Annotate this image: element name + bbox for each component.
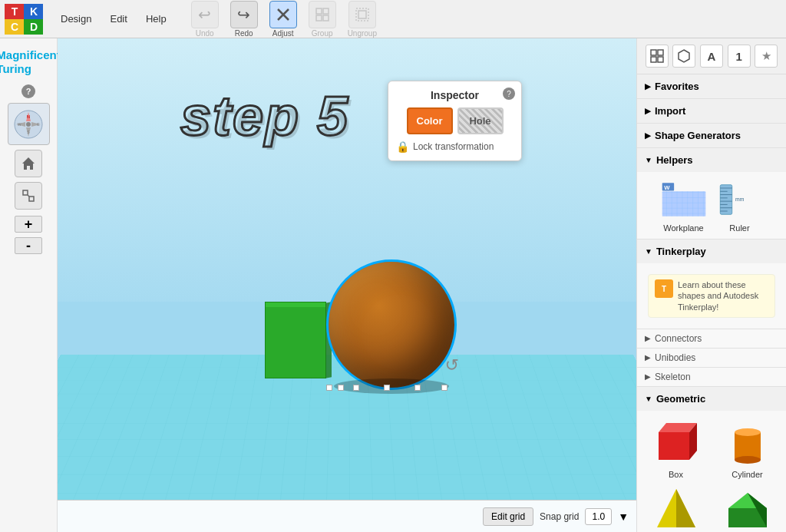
brown-sphere[interactable]	[326, 259, 457, 390]
svg-text:N: N	[27, 114, 30, 119]
connectors-header[interactable]: ▶ Connectors	[637, 329, 786, 348]
svg-rect-3	[323, 8, 329, 14]
topbar: T K C D Design Edit Help ↩ Undo ↪ Redo A…	[0, 0, 786, 38]
import-header[interactable]: ▶ Import	[637, 99, 786, 123]
svg-rect-26	[658, 57, 663, 62]
design-menu[interactable]: Design	[51, 9, 101, 28]
helpers-label: Helpers	[656, 154, 693, 166]
import-arrow: ▶	[645, 107, 651, 115]
selection-handle-br[interactable]	[326, 385, 332, 391]
selection-handle-mr[interactable]	[414, 385, 421, 391]
left-sidebar: Magnificent Turing ? N S W E	[0, 38, 58, 532]
tinkerplay-header[interactable]: ▼ Tinkerplay	[637, 240, 786, 263]
helpers-content: W W Workplane	[637, 172, 786, 239]
lock-icon: 🔒	[396, 140, 409, 153]
main-area: Magnificent Turing ? N S W E	[0, 38, 786, 532]
helpers-arrow: ▼	[645, 156, 652, 164]
toolbar: ↩ Undo ↪ Redo Adjust Group Ungroup	[191, 1, 377, 38]
zoom-out-button[interactable]: -	[15, 237, 42, 254]
workplane-item[interactable]: W W Workplane	[659, 178, 708, 233]
edit-menu[interactable]: Edit	[101, 9, 136, 28]
shapes-grid: Box Cylinder Pyra	[637, 411, 786, 532]
project-help[interactable]: ?	[21, 84, 35, 98]
import-section: ▶ Import	[637, 99, 786, 124]
undo-button[interactable]: ↩ Undo	[191, 1, 219, 38]
canvas-area[interactable]: step 5 ▲ ↻	[58, 38, 636, 532]
helpers-section: ▼ Helpers	[637, 148, 786, 240]
svg-rect-29	[662, 191, 705, 216]
favorites-header[interactable]: ▶ Favorites	[637, 74, 786, 98]
skeleton-label: Skeleton	[655, 372, 691, 382]
workplane-label: Workplane	[663, 223, 703, 233]
bottom-bar: Edit grid Snap grid 1.0 ▼	[58, 500, 636, 532]
color-button[interactable]: Color	[407, 107, 453, 134]
snap-arrow[interactable]: ▼	[618, 511, 629, 523]
favorites-section: ▶ Favorites	[637, 74, 786, 99]
geometric-arrow: ▼	[645, 395, 652, 403]
geometric-section: ▼ Geometric Box	[637, 387, 786, 532]
svg-line-21	[28, 195, 29, 197]
selection-handle-tl[interactable]	[338, 385, 344, 391]
skeleton-section: ▶ Skeleton	[637, 368, 786, 387]
skeleton-arrow: ▶	[645, 372, 651, 381]
star-view-icon[interactable]: ★	[755, 45, 778, 68]
snap-label: Snap grid	[540, 511, 579, 522]
helpers-header[interactable]: ▼ Helpers	[637, 148, 786, 172]
tinkerplay-content: T Learn about these shapes and Autodesk …	[637, 263, 786, 329]
nav-menus: Design Edit Help	[51, 9, 176, 28]
pyramid-shape[interactable]: Pyramid	[643, 485, 708, 532]
adjust-button[interactable]: Adjust	[269, 1, 297, 38]
view-fit-button[interactable]	[15, 182, 42, 210]
svg-rect-46	[735, 432, 761, 460]
ungroup-button[interactable]: Ungroup	[348, 1, 377, 38]
cylinder-shape[interactable]: Cylinder	[715, 417, 780, 479]
text-view-icon[interactable]: A	[700, 45, 723, 68]
hole-button[interactable]: Hole	[457, 107, 504, 134]
green-box[interactable]	[265, 302, 326, 378]
group-button[interactable]: Group	[309, 1, 336, 38]
box-shape[interactable]: Box	[643, 417, 708, 479]
selection-handle-ml[interactable]	[353, 385, 359, 391]
lock-transformation[interactable]: 🔒 Lock transformation	[396, 140, 514, 153]
selection-handle-tr[interactable]	[384, 385, 390, 391]
unibodies-section: ▶ Unibodies	[637, 349, 786, 368]
import-label: Import	[655, 105, 685, 117]
svg-text:W: W	[18, 122, 21, 127]
svg-rect-2	[316, 8, 322, 14]
selection-handle-bl[interactable]	[441, 385, 447, 391]
svg-rect-7	[358, 11, 366, 18]
grid-view-icon[interactable]	[646, 45, 669, 68]
tinkercad-logo[interactable]: T K C D	[0, 0, 48, 38]
svg-rect-20	[29, 197, 34, 201]
skeleton-header[interactable]: ▶ Skeleton	[637, 368, 786, 386]
view-home-button[interactable]	[15, 150, 42, 177]
hex-view-icon[interactable]	[672, 45, 695, 68]
ruler-label: Ruler	[729, 223, 749, 233]
zoom-in-button[interactable]: +	[15, 216, 42, 233]
geometric-header[interactable]: ▼ Geometric	[637, 387, 786, 411]
inspector-panel: Inspector ? Color Hole 🔒 Lock transforma…	[388, 81, 522, 161]
tinkerplay-banner[interactable]: T Learn about these shapes and Autodesk …	[648, 274, 775, 318]
snap-value[interactable]: 1.0	[585, 508, 612, 525]
roof-shape[interactable]: Roof	[715, 485, 780, 532]
box-label: Box	[669, 470, 683, 479]
lock-label: Lock transformation	[413, 141, 494, 152]
unibodies-header[interactable]: ▶ Unibodies	[637, 349, 786, 367]
nav-cube[interactable]: N S W E	[8, 103, 50, 145]
help-menu[interactable]: Help	[137, 9, 176, 28]
redo-button[interactable]: ↪ Redo	[230, 1, 258, 38]
svg-text:mm: mm	[735, 197, 745, 202]
svg-point-13	[26, 122, 31, 127]
geometric-label: Geometric	[656, 393, 705, 405]
number-view-icon[interactable]: 1	[728, 45, 751, 68]
svg-marker-27	[679, 50, 689, 62]
shape-generators-header[interactable]: ▶ Shape Generators	[637, 124, 786, 147]
inspector-title: Inspector	[396, 89, 514, 101]
edit-grid-button[interactable]: Edit grid	[483, 507, 533, 526]
ruler-item[interactable]: mm Ruler	[715, 178, 765, 233]
svg-marker-18	[22, 157, 35, 170]
svg-rect-5	[323, 15, 329, 21]
svg-rect-33	[720, 184, 732, 214]
inspector-help[interactable]: ?	[503, 88, 515, 100]
tinkerplay-label: Tinkerplay	[656, 246, 706, 257]
